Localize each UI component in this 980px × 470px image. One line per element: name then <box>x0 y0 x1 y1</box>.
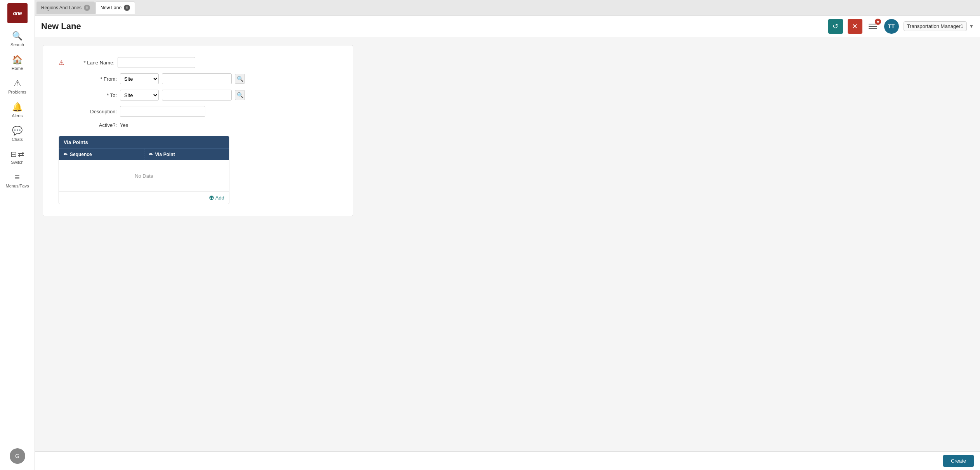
menu-icon: ≡ <box>15 172 20 182</box>
via-point-col-label: Via Point <box>155 152 175 157</box>
sidebar: one 🔍 Search 🏠 Home ⚠ Problems 🔔 Alerts … <box>0 0 35 470</box>
add-via-point-button[interactable]: ⊕ Add <box>209 194 224 201</box>
tab-label: Regions And Lanes <box>41 5 82 10</box>
sidebar-item-label: Alerts <box>12 113 23 118</box>
menu-button[interactable]: ★ <box>867 20 879 33</box>
create-button[interactable]: Create <box>943 455 974 467</box>
home-icon: 🏠 <box>12 55 23 65</box>
to-value-input[interactable] <box>162 90 232 101</box>
sidebar-item-search[interactable]: 🔍 Search <box>0 27 35 51</box>
bell-icon: 🔔 <box>12 102 23 112</box>
tab-close-new-lane[interactable]: ✕ <box>124 5 130 11</box>
from-value-input[interactable] <box>162 73 232 84</box>
create-label: Create <box>951 458 966 464</box>
active-row: Active?: Yes <box>59 122 337 128</box>
no-data-text: No Data <box>135 173 153 179</box>
sidebar-item-label: Chats <box>12 137 23 142</box>
edit-icon2: ✏ <box>149 152 153 157</box>
sidebar-item-home[interactable]: 🏠 Home <box>0 51 35 75</box>
via-points-columns: ✏ Sequence ✏ Via Point <box>59 148 229 160</box>
switch-icon: ⊟ <box>10 149 17 159</box>
bottom-bar: Create <box>35 451 980 470</box>
via-points-section: Via Points ✏ Sequence ✏ Via Point No Dat… <box>59 136 229 204</box>
sidebar-item-menus[interactable]: ≡ Menus/Favs <box>0 168 35 192</box>
user-dropdown[interactable]: Transportation Manager1 ▼ <box>904 21 974 31</box>
description-row: Description: <box>59 106 337 117</box>
close-button[interactable]: ✕ <box>848 19 862 34</box>
refresh-button[interactable]: ↺ <box>828 19 843 34</box>
user-avatar-sidebar[interactable]: G <box>10 448 25 464</box>
from-row: * From: Site Zone Region 🔍 <box>59 73 337 84</box>
sequence-column-header: ✏ Sequence <box>59 149 144 160</box>
sidebar-item-problems[interactable]: ⚠ Problems <box>0 75 35 98</box>
via-points-footer: ⊕ Add <box>59 191 229 204</box>
lane-name-input[interactable] <box>118 57 195 68</box>
plus-icon: ⊕ <box>209 194 214 201</box>
search-icon: 🔍 <box>12 31 23 41</box>
to-label: * To: <box>70 92 117 98</box>
active-value: Yes <box>120 122 128 128</box>
via-point-column-header: ✏ Via Point <box>144 149 229 160</box>
app-logo[interactable]: one <box>7 3 28 23</box>
tab-close-regions-lanes[interactable]: ✕ <box>84 5 90 11</box>
magnifier-icon2: 🔍 <box>237 92 243 98</box>
refresh-icon: ↺ <box>833 22 838 31</box>
tab-new-lane[interactable]: New Lane ✕ <box>95 2 135 14</box>
add-label: Add <box>215 195 224 201</box>
from-search-button[interactable]: 🔍 <box>235 74 245 84</box>
main-area: Regions And Lanes ✕ New Lane ✕ New Lane … <box>35 0 980 470</box>
via-points-body: No Data <box>59 160 229 191</box>
to-row: * To: Site Zone Region 🔍 <box>59 90 337 101</box>
chat-icon: 💬 <box>12 126 23 136</box>
description-label: Description: <box>70 109 117 114</box>
content-area: ⚠ * Lane Name: * From: Site Zone Region … <box>35 37 980 451</box>
user-name: Transportation Manager1 <box>904 21 967 31</box>
top-bar: New Lane ↺ ✕ ★ TT Transportation Manager… <box>35 16 980 37</box>
sidebar-item-label: Search <box>10 42 24 47</box>
lane-name-label: * Lane Name: <box>68 60 114 66</box>
chevron-down-icon: ▼ <box>969 24 974 29</box>
description-input[interactable] <box>120 106 205 117</box>
switch-icon2: ⇄ <box>18 149 24 159</box>
warning-icon: ⚠ <box>14 78 21 88</box>
page-title: New Lane <box>41 21 824 31</box>
tab-bar: Regions And Lanes ✕ New Lane ✕ <box>35 0 980 16</box>
from-label: * From: <box>70 76 117 82</box>
sidebar-item-label: Menus/Favs <box>6 184 29 188</box>
magnifier-icon: 🔍 <box>237 76 243 82</box>
sidebar-item-label: Home <box>12 66 23 71</box>
to-type-select[interactable]: Site Zone Region <box>120 90 159 101</box>
sidebar-item-label: Problems <box>8 90 26 94</box>
user-avatar-topbar[interactable]: TT <box>884 19 899 34</box>
lane-name-error-icon: ⚠ <box>59 59 64 66</box>
to-search-button[interactable]: 🔍 <box>235 90 245 100</box>
lane-name-row: ⚠ * Lane Name: <box>59 57 337 68</box>
form-card: ⚠ * Lane Name: * From: Site Zone Region … <box>43 45 353 216</box>
tab-label: New Lane <box>101 5 121 10</box>
tab-regions-lanes[interactable]: Regions And Lanes ✕ <box>36 2 95 14</box>
sidebar-item-chats[interactable]: 💬 Chats <box>0 122 35 146</box>
sequence-col-label: Sequence <box>70 152 92 157</box>
sidebar-item-alerts[interactable]: 🔔 Alerts <box>0 98 35 122</box>
notification-badge: ★ <box>875 19 881 25</box>
from-type-select[interactable]: Site Zone Region <box>120 73 159 84</box>
sidebar-item-switch[interactable]: ⊟ ⇄ Switch <box>0 146 35 168</box>
active-label: Active?: <box>70 122 117 128</box>
edit-icon: ✏ <box>64 152 68 157</box>
x-icon: ✕ <box>852 22 858 31</box>
sidebar-item-label: Switch <box>11 160 23 165</box>
via-points-header: Via Points <box>59 136 229 148</box>
sidebar-bottom: G <box>0 445 35 467</box>
